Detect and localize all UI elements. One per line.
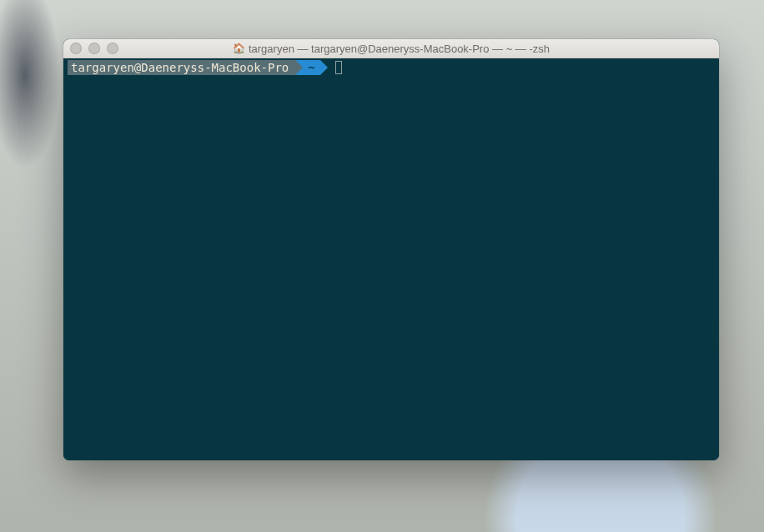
window-title: 🏠 targaryen — targaryen@Daeneryss-MacBoo… — [63, 43, 719, 55]
prompt-line: targaryen@Daeneryss-MacBook-Pro ~ — [68, 60, 715, 75]
minimize-button[interactable] — [88, 43, 100, 54]
zoom-button[interactable] — [107, 43, 118, 54]
window-titlebar[interactable]: 🏠 targaryen — targaryen@Daeneryss-MacBoo… — [63, 39, 719, 58]
terminal-body[interactable]: targaryen@Daeneryss-MacBook-Pro ~ — [63, 58, 719, 460]
home-icon: 🏠 — [233, 43, 244, 54]
close-button[interactable] — [70, 43, 82, 54]
window-title-text: targaryen — targaryen@Daeneryss-MacBook-… — [249, 43, 550, 55]
prompt-user-host-segment: targaryen@Daeneryss-MacBook-Pro — [68, 60, 295, 75]
traffic-lights — [70, 43, 118, 54]
terminal-cursor — [335, 61, 342, 74]
terminal-window: 🏠 targaryen — targaryen@Daeneryss-MacBoo… — [63, 39, 719, 460]
